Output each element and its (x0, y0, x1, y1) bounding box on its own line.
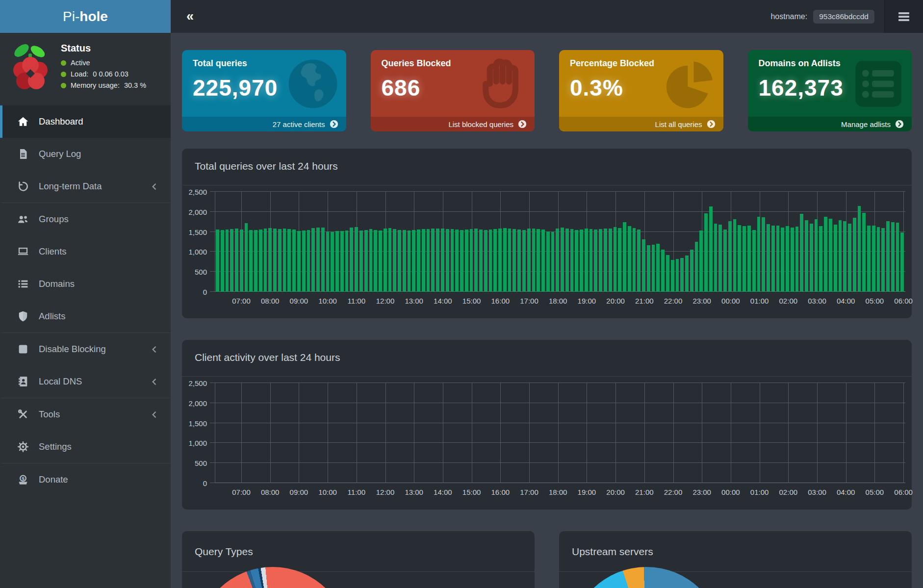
x-axis-label: 17:00 (520, 297, 538, 305)
y-tick (210, 271, 215, 272)
card-footer-link-manage-adlists[interactable]: Manage adlists (748, 117, 912, 131)
query-bar (484, 230, 487, 292)
x-axis-label: 00:00 (721, 488, 740, 496)
sidebar-item-long-term-data[interactable]: Long-term Data (0, 170, 171, 203)
panel-title: Client activity over last 24 hours (195, 352, 340, 363)
sidebar-item-groups[interactable]: Groups (0, 203, 171, 235)
query-bar (532, 229, 536, 292)
x-axis-label: 22:00 (664, 488, 683, 496)
total-queries-chart[interactable]: 05001,0001,5002,0002,500 (215, 192, 905, 292)
y-tick (210, 231, 215, 232)
query-bar (412, 230, 415, 292)
query-bar (771, 226, 775, 292)
query-bar (561, 228, 564, 292)
query-bar (623, 222, 626, 292)
sidebar-item-domains[interactable]: Domains (0, 268, 171, 300)
card-footer-link-list-blocked-queries[interactable]: List blocked queries (371, 117, 535, 131)
status-active-label: Active (71, 59, 90, 67)
query-bar (245, 223, 248, 292)
panel-title: Query Types (195, 546, 253, 557)
total-queries-panel-header: Total queries over last 24 hours (182, 149, 912, 185)
query-bar (848, 224, 851, 292)
card-body: Domains on Adlists162,373 (748, 50, 912, 117)
y-tick (210, 191, 215, 192)
sidebar-item-clients[interactable]: Clients (0, 235, 171, 268)
query-bar (767, 224, 770, 292)
top-navbar: « hostname: 953c86bdccdd (171, 0, 923, 33)
brand-bold: hole (79, 9, 108, 25)
y-axis-label: 1,000 (188, 439, 207, 447)
query-bar (226, 230, 229, 292)
sidebar-item-disable-blocking[interactable]: Disable Blocking (0, 332, 171, 365)
circle-arrow-icon (707, 120, 716, 128)
sidebar-item-adlists[interactable]: Adlists (0, 300, 171, 332)
query-bar (647, 245, 650, 292)
x-axis-label: 23:00 (692, 488, 711, 496)
query-bar (451, 229, 454, 292)
status-title: Status (61, 43, 146, 54)
sidebar-item-label: Settings (39, 441, 72, 452)
query-bar (886, 221, 890, 292)
query-bar (374, 230, 377, 292)
query-bar (661, 250, 665, 292)
card-total-queries: Total queries225,97027 active clients (182, 50, 346, 131)
sidebar-item-query-log[interactable]: Query Log (0, 138, 171, 170)
client-activity-x-axis: 07:0008:0009:0010:0011:0012:0013:0014:00… (215, 483, 905, 503)
y-tick (210, 291, 215, 292)
query-bar (695, 242, 698, 292)
sidebar-item-label: Query Log (39, 149, 81, 159)
query-bar (714, 224, 718, 292)
card-title: Queries Blocked (382, 58, 524, 69)
query-bar (599, 229, 602, 292)
gear-icon (17, 441, 29, 453)
y-axis-line (215, 192, 215, 292)
query-bar (388, 228, 392, 292)
query-bar (297, 231, 301, 292)
query-bar (709, 206, 713, 292)
query-bar (614, 227, 617, 292)
y-axis-label: 1,500 (188, 228, 207, 236)
card-footer-link-27-active-clients[interactable]: 27 active clients (182, 117, 346, 131)
card-title: Percentage Blocked (570, 58, 713, 69)
x-axis-label: 10:00 (318, 297, 337, 305)
sidebar-item-tools[interactable]: Tools (0, 398, 171, 431)
sidebar-item-donate[interactable]: $Donate (0, 463, 171, 496)
raspberry-logo-icon (7, 41, 55, 96)
x-axis-label: 19:00 (578, 297, 596, 305)
query-bar (776, 226, 780, 292)
query-bar (752, 230, 756, 292)
query-types-panel-header: Query Types (182, 531, 535, 572)
sidebar-item-settings[interactable]: Settings (0, 431, 171, 463)
query-bar (704, 213, 708, 292)
query-bar (254, 230, 257, 292)
query-bar (810, 224, 813, 292)
query-bar (249, 230, 253, 292)
sidebar-item-dashboard[interactable]: Dashboard (0, 105, 171, 138)
sidebar-item-local-dns[interactable]: Local DNS (0, 365, 171, 398)
upstream-servers-panel: Upstream servers (559, 531, 912, 588)
query-bar (537, 229, 540, 292)
upstream-servers-panel-header: Upstream servers (559, 531, 912, 572)
client-activity-chart[interactable]: 05001,0001,5002,0002,500 (215, 383, 905, 483)
query-bar (311, 228, 315, 292)
query-bar (259, 230, 262, 292)
query-bar (867, 226, 871, 292)
y-tick (210, 423, 215, 423)
sidebar-collapse-button[interactable]: « (186, 10, 194, 23)
sidebar-item-label: Disable Blocking (39, 344, 106, 355)
card-footer-link-list-all-queries[interactable]: List all queries (559, 117, 723, 131)
y-axis-label: 500 (195, 459, 207, 467)
query-bar (522, 230, 526, 292)
query-bar (642, 239, 645, 292)
query-bar (546, 231, 550, 292)
query-bar (580, 230, 583, 292)
query-bar (331, 232, 334, 292)
sidebar-item-label: Adlists (39, 311, 66, 322)
query-bar (829, 219, 832, 292)
hamburger-menu-button[interactable] (884, 0, 923, 33)
query-bar (570, 229, 574, 292)
query-bar (781, 228, 784, 292)
query-bar (791, 228, 794, 292)
x-axis-label: 08:00 (261, 488, 280, 496)
x-axis-label: 02:00 (779, 488, 798, 496)
